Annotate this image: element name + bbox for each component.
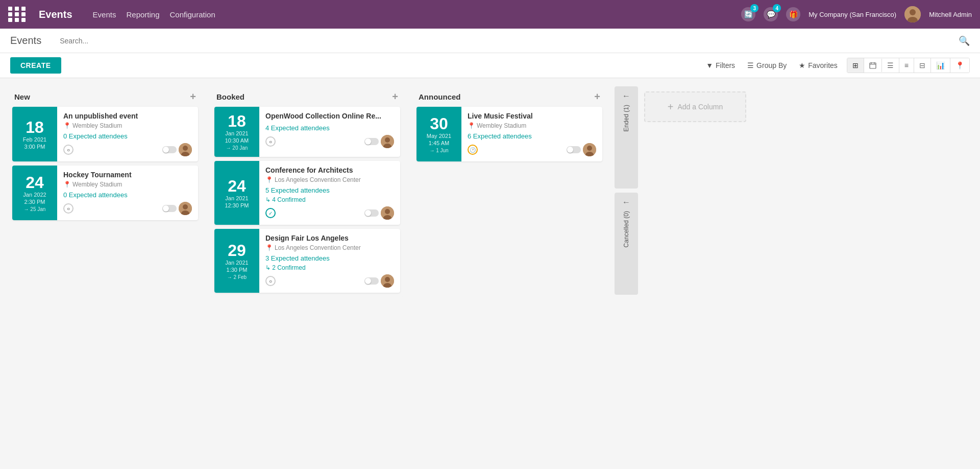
card-avatar [583,143,596,156]
card-location: 📍 Los Angeles Convention Center [265,176,394,183]
gift-notification[interactable]: 🎁 [786,7,800,21]
column-new-add[interactable]: + [190,91,196,102]
column-booked-add[interactable]: + [392,91,398,102]
filter-icon: ▼ [706,61,713,69]
card-date-box: 18 Feb 2021 3:00 PM [12,107,57,161]
card-avatar [179,143,192,156]
location-pin-icon: 📍 [265,244,273,251]
view-list[interactable]: ☰ [882,58,899,73]
filter-controls: ▼ Filters ☰ Group By ★ Favorites [701,59,843,72]
svg-point-8 [183,146,188,151]
collapsed-col-cancelled[interactable]: ← Cancelled (0) [615,193,638,295]
view-activity[interactable]: ≡ [899,58,914,73]
column-announced-add[interactable]: + [594,91,600,102]
filters-button[interactable]: ▼ Filters [701,59,740,72]
nav-configuration[interactable]: Configuration [170,10,215,19]
card-footer: ○ [63,143,192,156]
card-live-music-festival[interactable]: 30 May 2021 1:45 AM → 1 Jun Live Music F… [416,107,602,161]
card-body: Conference for Architects 📍 Los Angeles … [259,161,400,225]
card-design-fair[interactable]: 29 Jan 2021 1:30 PM → 2 Feb Design Fair … [214,229,400,293]
publish-toggle[interactable] [162,205,177,212]
message-badge: 4 [773,4,781,12]
view-graph[interactable]: 📊 [931,58,950,73]
publish-toggle[interactable] [567,146,581,153]
card-date-box: 24 Jan 2022 2:30 PM → 25 Jan [12,166,57,220]
user-avatar[interactable] [904,6,921,22]
publish-toggle[interactable] [162,146,177,153]
column-booked-cards: 18 Jan 2021 10:30 AM → 20 Jan OpenWood C… [210,107,404,297]
toolbar: CREATE ▼ Filters ☰ Group By ★ Favorites … [0,53,980,78]
card-location: 📍 Wembley Stadium [468,122,596,129]
column-announced: Announced + 30 May 2021 1:45 AM → 1 Jun … [412,86,606,166]
collapsed-col-ended[interactable]: ← Ended (1) [615,86,638,189]
card-date-box: 24 Jan 2021 12:30 PM [214,161,259,225]
card-avatar [179,202,192,215]
location-pin-icon: 📍 [468,122,475,129]
confirmed-arrow: ↳ [265,196,272,203]
card-date-box: 29 Jan 2021 1:30 PM → 2 Feb [214,229,259,293]
gift-icon: 🎁 [786,7,800,21]
card-body: An unpublished event 📍 Wembley Stadium 0… [57,107,198,161]
card-toggle-area [364,135,394,148]
card-location: 📍 Wembley Stadium [63,181,192,188]
card-toggle-area [364,274,394,288]
svg-point-20 [385,277,390,282]
svg-point-17 [385,209,390,214]
publish-toggle[interactable] [364,209,379,217]
publish-toggle[interactable] [364,138,379,145]
create-button[interactable]: CREATE [10,57,61,74]
card-hockey-tournament[interactable]: 24 Jan 2022 2:30 PM → 25 Jan Hockey Tour… [12,166,198,220]
groupby-button[interactable]: ☰ Group By [742,59,792,72]
favorites-button[interactable]: ★ Favorites [794,59,843,72]
card-avatar [381,206,394,220]
view-calendar[interactable] [864,59,882,72]
message-notification[interactable]: 💬 4 [764,7,778,21]
view-map[interactable]: 📍 [950,58,969,73]
card-toggle-area [162,202,192,215]
view-kanban[interactable]: ⊞ [847,58,864,73]
card-footer: ○ [265,274,394,288]
add-column-button[interactable]: + Add a Column [644,91,746,122]
card-conference-architects[interactable]: 24 Jan 2021 12:30 PM Conference for Arch… [214,161,400,225]
card-footer: ✓ [265,206,394,220]
column-announced-cards: 30 May 2021 1:45 AM → 1 Jun Live Music F… [412,107,606,166]
collapsed-columns: ← Ended (1) ← Cancelled (0) [615,86,640,299]
card-date-box: 18 Jan 2021 10:30 AM → 20 Jan [214,107,259,157]
expand-ended-icon: ← [622,91,630,101]
card-footer: ○ [63,202,192,215]
activity-notification[interactable]: 🔄 3 [741,7,755,21]
nav-reporting[interactable]: Reporting [126,10,159,19]
card-openwood[interactable]: 18 Jan 2021 10:30 AM → 20 Jan OpenWood C… [214,107,400,157]
svg-point-23 [587,146,592,151]
location-pin-icon: 📍 [265,176,273,183]
collapsed-col-cancelled-label: Cancelled (0) [623,211,630,247]
status-icon: ○ [63,203,74,214]
card-location: 📍 Los Angeles Convention Center [265,244,394,251]
groupby-icon: ☰ [747,61,754,69]
apps-menu-icon[interactable] [8,7,27,22]
card-footer: ○ [265,135,394,148]
company-selector[interactable]: My Company (San Francisco) [808,11,896,18]
view-switcher: ⊞ ☰ ≡ ⊟ 📊 📍 [847,58,970,73]
page-title: Events [10,35,41,46]
app-title: Events [39,9,72,20]
search-icon[interactable]: 🔍 [959,35,970,46]
top-right-actions: 🔄 3 💬 4 🎁 My Company (San Francisco) Mit… [741,6,972,22]
collapsed-col-ended-label: Ended (1) [623,105,630,132]
publish-toggle[interactable] [364,277,379,285]
star-icon: ★ [799,61,805,69]
card-avatar [381,274,394,288]
card-body: Design Fair Los Angeles 📍 Los Angeles Co… [259,229,400,293]
status-icon-orange: 🕐 [468,145,478,155]
svg-point-14 [385,137,390,143]
add-column-icon: + [668,101,674,113]
card-avatar [381,135,394,148]
nav-events[interactable]: Events [93,10,116,19]
view-pivot[interactable]: ⊟ [914,58,931,73]
top-navigation: Events Events Reporting Configuration 🔄 … [0,0,980,29]
svg-rect-3 [870,63,876,68]
card-unpublished-event[interactable]: 18 Feb 2021 3:00 PM An unpublished event… [12,107,198,161]
card-location: 📍 Wembley Stadium [63,122,192,129]
location-pin-icon: 📍 [63,181,71,188]
search-input[interactable] [60,37,970,45]
